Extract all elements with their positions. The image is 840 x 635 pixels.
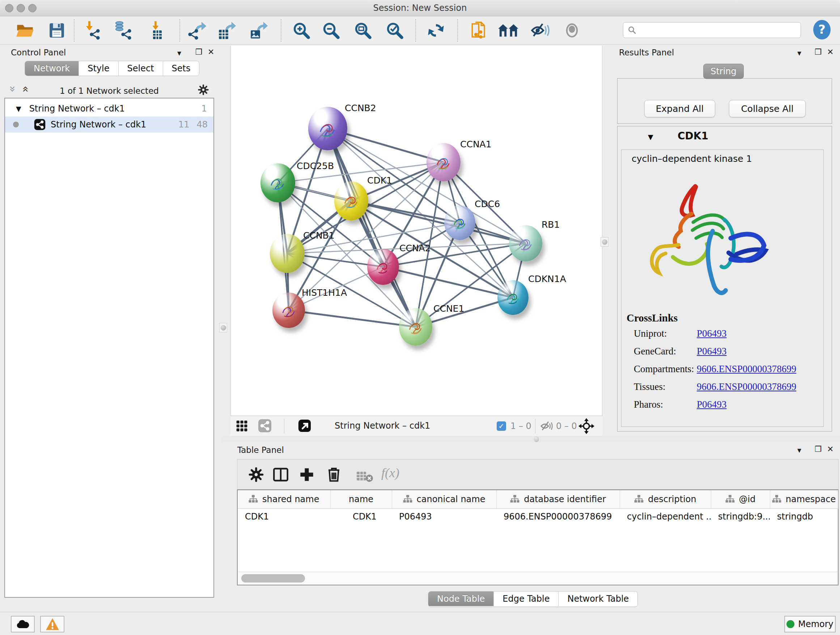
node-ccnb2[interactable] [308,107,347,150]
column-header-name[interactable]: name [330,490,392,508]
control-panel-close-icon[interactable]: ✕ [208,48,214,57]
cell-namespace[interactable]: stringdb [770,508,838,525]
toolbar-separator [281,19,281,42]
right-splitter-handle[interactable] [600,237,608,247]
copy-button[interactable] [467,20,488,41]
cell-description[interactable]: cyclin–dependent ... [620,508,711,525]
cell-shared-name[interactable]: CDK1 [238,508,330,525]
export-table-button[interactable] [216,20,237,41]
left-splitter-handle[interactable] [219,323,227,333]
crosslink-value-link[interactable]: 9606.ENSP00000378699 [697,363,796,375]
network-options-gear-icon[interactable] [197,84,209,97]
network-canvas[interactable]: CCNB2CCNA1CDC25BCDK1CDC6RB1CCNB1CCNA2CDK… [231,46,602,416]
node-cdc6[interactable] [444,205,475,240]
table-row[interactable]: CDK1CDK1P064939606.ENSP00000378699cyclin… [238,508,838,525]
expand-all-button[interactable]: Expand All [644,100,715,117]
search-input[interactable] [636,25,792,35]
memory-button[interactable]: Memory [784,616,836,632]
table-panel-maximize-icon[interactable]: ❒ [815,445,822,454]
column-header-canonical-name[interactable]: canonical name [392,490,496,508]
birds-eye-view-icon[interactable] [298,419,311,432]
crosslink-value-link[interactable]: P06493 [697,328,727,339]
tab-network-table[interactable]: Network Table [559,592,638,606]
node-rb1[interactable] [509,225,542,261]
delete-column-trash-icon[interactable] [325,466,342,483]
results-string-tab[interactable]: String [703,64,744,79]
table-options-gear-icon[interactable] [248,467,264,483]
export-image-button[interactable] [248,20,269,41]
table-panel-float-icon[interactable]: ▾ [797,446,801,455]
table-horizontal-scrollbar[interactable] [238,572,838,585]
cell-name[interactable]: CDK1 [330,508,392,525]
create-column-plus-icon[interactable] [299,467,315,483]
show-columns-icon[interactable] [273,467,289,483]
node-hist1h1a[interactable] [272,293,305,328]
zoom-selected-button[interactable] [384,20,405,41]
column-header-database-identifier[interactable]: database identifier [496,490,620,508]
crosslink-value-link[interactable]: P06493 [697,399,727,410]
tab-network[interactable]: Network [25,61,79,76]
collection-disclosure-icon[interactable]: ▼ [16,105,21,112]
tab-style[interactable]: Style [79,61,118,76]
results-panel-close-icon[interactable]: ✕ [827,48,834,57]
control-panel-maximize-icon[interactable]: ❒ [195,48,202,57]
network-row[interactable]: String Network – cdk1 11 48 [5,117,213,133]
network-collection-row[interactable]: ▼ String Network – cdk1 1 [5,101,213,117]
crosslink-value-link[interactable]: 9606.ENSP00000378699 [697,381,796,393]
hidden-eye-slash-icon[interactable] [540,421,553,432]
import-network-database-button[interactable] [111,20,133,41]
save-session-button[interactable] [46,20,67,41]
node-cdkn1a[interactable] [497,280,529,315]
gallery-button[interactable] [498,20,519,41]
results-panel-float-icon[interactable]: ▾ [797,49,801,57]
string-badge-gray-icon[interactable] [258,419,272,432]
cell-database-identifier[interactable]: 9606.ENSP00000378699 [496,508,620,525]
crosshair-move-icon[interactable] [578,418,594,434]
column-header--id[interactable]: @id [711,490,770,508]
node-ccna1[interactable] [426,143,461,181]
node-cdk1[interactable] [334,181,368,220]
control-panel-float-icon[interactable]: ▾ [177,49,181,57]
node-ccnb1[interactable] [270,234,305,273]
main-toolbar: ? [0,16,840,44]
splitter-handle-icon[interactable] [534,436,539,442]
network-view-footer: String Network – cdk1 ✓ 1 – 0 0 – 0 [231,416,602,436]
entry-disclosure-icon[interactable]: ▼ [648,133,653,141]
column-header-description[interactable]: description [620,490,711,508]
import-network-file-button[interactable] [81,20,102,41]
column-header-shared-name[interactable]: shared name [238,490,330,508]
cell--id[interactable]: stringdb:9... [711,508,770,525]
node-cdc25b[interactable] [261,163,295,203]
cloud-button[interactable] [11,616,35,632]
horizontal-splitter[interactable] [221,436,840,442]
collapse-all-button[interactable]: Collapse All [729,100,806,117]
show-all-button[interactable] [561,20,583,41]
warning-icon [45,618,60,631]
cell-canonical-name[interactable]: P06493 [392,508,496,525]
tab-select[interactable]: Select [118,61,163,76]
node-ccne1[interactable] [399,308,432,346]
zoom-out-button[interactable] [321,20,341,41]
table-panel-close-icon[interactable]: ✕ [827,445,834,454]
tab-sets[interactable]: Sets [163,61,199,76]
grid-view-icon[interactable] [235,420,248,432]
help-button[interactable]: ? [813,19,831,42]
tab-node-table[interactable]: Node Table [428,592,494,606]
node-ccna2[interactable] [367,249,399,285]
scrollbar-thumb[interactable] [241,574,305,583]
selected-checkbox-icon[interactable]: ✓ [497,421,506,431]
column-header-namespace[interactable]: namespace [770,490,838,508]
hide-selected-button[interactable] [530,20,551,41]
results-panel-maximize-icon[interactable]: ❒ [815,48,822,57]
export-network-button[interactable] [187,20,208,41]
warnings-button[interactable] [40,616,65,632]
zoom-in-button[interactable] [291,20,312,41]
protein-ribbon-texture [514,232,537,257]
tab-edge-table[interactable]: Edge Table [494,592,559,606]
import-table-file-button[interactable] [146,20,167,41]
open-session-button[interactable] [14,20,35,41]
crosslink-value-link[interactable]: P06493 [697,346,727,357]
refresh-view-button[interactable] [425,20,447,41]
zoom-fit-button[interactable] [352,20,373,41]
toolbar-search[interactable] [623,22,801,38]
